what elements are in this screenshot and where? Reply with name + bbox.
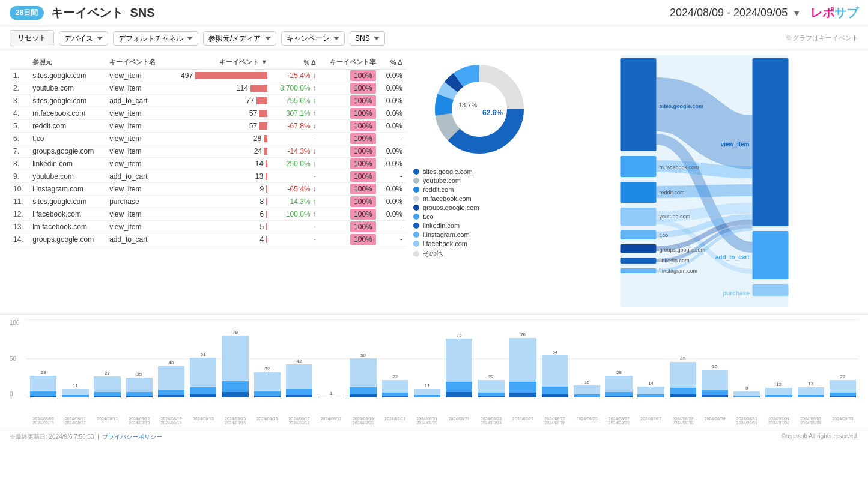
svg-text:m.facebook.com: m.facebook.com bbox=[660, 164, 699, 170]
svg-text:13.7%: 13.7% bbox=[458, 101, 477, 109]
svg-rect-12 bbox=[621, 182, 657, 203]
svg-text:t.co: t.co bbox=[660, 232, 669, 238]
count-cell: 9 bbox=[166, 183, 271, 196]
bar-group: 12 bbox=[763, 319, 794, 397]
x-label-pair: 2024/08/29 bbox=[699, 417, 730, 425]
bar-group: 76 bbox=[508, 319, 539, 397]
campaign-filter[interactable]: キャンペーン bbox=[281, 31, 345, 46]
source-cell: reddit.com bbox=[29, 120, 106, 133]
table-row: 7. groups.google.com view_item 24 -14.3%… bbox=[10, 145, 406, 158]
header-right: 2024/08/09 - 2024/09/05 ▼ レポサブ bbox=[670, 5, 858, 21]
x-label-pair: 2024/08/152024/08/16 bbox=[219, 417, 250, 425]
svg-text:l.instagram.com: l.instagram.com bbox=[660, 268, 698, 274]
pct-delta1-cell: -67.8% ↓ bbox=[271, 120, 320, 133]
bar-group: 15 bbox=[571, 319, 602, 397]
x-label-pair: 2024/08/312024/09/01 bbox=[731, 417, 762, 425]
source-cell: linkedin.com bbox=[29, 158, 106, 170]
date-range-dropdown[interactable]: ▼ bbox=[792, 8, 801, 18]
pct-delta2-cell: 0.0% bbox=[380, 208, 406, 221]
pct-delta2-cell: 0.0% bbox=[380, 82, 406, 95]
x-label-pair: 2024/08/23 bbox=[508, 417, 539, 425]
table-row: 3. sites.google.com add_to_cart 77 755.6… bbox=[10, 95, 406, 107]
count-cell: 28 bbox=[166, 133, 271, 145]
y-label-50: 50 bbox=[10, 355, 20, 362]
row-num: 2. bbox=[10, 82, 29, 95]
pct-delta1-cell: 755.6% ↑ bbox=[271, 95, 320, 107]
row-num: 5. bbox=[10, 120, 29, 133]
svg-text:groups.google.com: groups.google.com bbox=[660, 247, 706, 253]
source-cell: t.co bbox=[29, 133, 106, 145]
source-cell: groups.google.com bbox=[29, 233, 106, 246]
legend-item: その他 bbox=[413, 249, 545, 258]
rate-cell: 100% bbox=[320, 82, 380, 95]
rate-cell: 100% bbox=[320, 170, 380, 183]
pct-delta2-cell: 0.0% bbox=[380, 183, 406, 196]
legend-item: t.co bbox=[413, 213, 545, 220]
pct-delta1-cell: 14.3% ↑ bbox=[271, 196, 320, 208]
rate-cell: 100% bbox=[320, 107, 380, 120]
bar-group: 28 bbox=[28, 319, 59, 397]
rate-cell: 100% bbox=[320, 120, 380, 133]
reset-button[interactable]: リセット bbox=[10, 30, 54, 46]
device-filter[interactable]: デバイス bbox=[59, 31, 108, 46]
x-label-pair: 2024/08/27 bbox=[635, 417, 666, 425]
pct-delta1-cell: -65.4% ↓ bbox=[271, 183, 320, 196]
x-label-pair: 2024/08/132024/08/14 bbox=[156, 417, 187, 425]
bar-group: 50 bbox=[347, 319, 378, 397]
source-cell: youtube.com bbox=[29, 82, 106, 95]
count-cell: 114 bbox=[166, 82, 271, 95]
pct-delta1-cell: 100.0% ↑ bbox=[271, 208, 320, 221]
count-cell: 6 bbox=[166, 208, 271, 221]
svg-rect-10 bbox=[621, 58, 657, 151]
bar-group: 1 bbox=[315, 319, 347, 397]
x-label-pair: 2024/09/032024/09/04 bbox=[795, 417, 827, 425]
event-cell: add_to_cart bbox=[106, 170, 166, 183]
x-label-pair: 2024/08/17 bbox=[315, 417, 347, 425]
x-label-pair: 2024/08/25 bbox=[571, 417, 602, 425]
channel-filter[interactable]: デフォルトチャネル bbox=[113, 31, 198, 46]
row-num: 9. bbox=[10, 170, 29, 183]
svg-rect-18 bbox=[753, 58, 789, 226]
col-pct-delta1: % Δ bbox=[271, 55, 320, 70]
privacy-link[interactable]: プライバシーポリシー bbox=[102, 433, 162, 440]
rate-cell: 100% bbox=[320, 233, 380, 246]
svg-rect-15 bbox=[621, 244, 657, 253]
donut-legend: sites.google.comyoutube.comreddit.comm.f… bbox=[413, 168, 545, 258]
bar-group: 45 bbox=[667, 319, 699, 397]
bar-group: 25 bbox=[124, 319, 155, 397]
col-event-count[interactable]: キーイベント ▼ bbox=[166, 55, 271, 70]
svg-rect-14 bbox=[621, 230, 657, 239]
pct-delta1-cell: -14.3% ↓ bbox=[271, 145, 320, 158]
period-badge: 28日間 bbox=[10, 6, 44, 20]
pct-delta1-cell: - bbox=[271, 133, 320, 145]
bar-chart-container: 100 50 0 28 11 27 bbox=[10, 319, 858, 415]
rate-cell: 100% bbox=[320, 183, 380, 196]
pct-delta2-cell: - bbox=[380, 233, 406, 246]
sns-filter[interactable]: SNS bbox=[350, 31, 385, 46]
col-event-name: キーイベント名 bbox=[106, 55, 166, 70]
col-pct-delta2: % Δ bbox=[380, 55, 406, 70]
table-row: 2. youtube.com view_item 114 3,700.0% ↑ … bbox=[10, 82, 406, 95]
x-label-pair: 2024/08/192024/08/20 bbox=[347, 417, 378, 425]
event-cell: view_item bbox=[106, 70, 166, 82]
legend-item: m.facebook.com bbox=[413, 195, 545, 202]
pct-delta2-cell: 0.0% bbox=[380, 145, 406, 158]
rate-cell: 100% bbox=[320, 158, 380, 170]
svg-text:sites.google.com: sites.google.com bbox=[660, 103, 704, 109]
bar-group: 40 bbox=[156, 319, 187, 397]
x-label-pair: 2024/08/252024/08/26 bbox=[539, 417, 571, 425]
legend-item: groups.google.com bbox=[413, 204, 545, 211]
table-row: 6. t.co view_item 28 - 100% - bbox=[10, 133, 406, 145]
svg-rect-20 bbox=[753, 284, 789, 296]
source-filter[interactable]: 参照元/メディア bbox=[203, 31, 276, 46]
pct-delta2-cell: - bbox=[380, 133, 406, 145]
svg-text:reddit.com: reddit.com bbox=[660, 190, 685, 196]
pct-delta2-cell: 0.0% bbox=[380, 107, 406, 120]
legend-item: linkedin.com bbox=[413, 222, 545, 229]
source-cell: sites.google.com bbox=[29, 95, 106, 107]
bar-group: 22 bbox=[827, 319, 858, 397]
source-cell: groups.google.com bbox=[29, 145, 106, 158]
bar-group: 51 bbox=[187, 319, 219, 397]
event-cell: view_item bbox=[106, 82, 166, 95]
col-num bbox=[10, 55, 29, 70]
